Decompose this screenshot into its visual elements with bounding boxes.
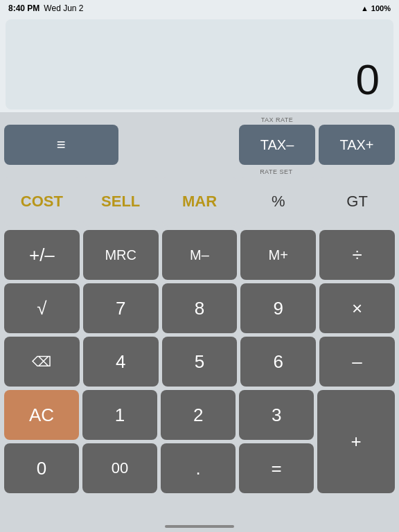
mrc-button[interactable]: MRC [83, 230, 159, 280]
calculator-body: ≡ TAX RATE TAX– TAX+ RATE SET COST SELL … [0, 112, 399, 521]
battery-icon: 100% [371, 4, 391, 12]
status-bar: 8:40 PM Wed Jun 2 ▲ 100% [0, 0, 399, 17]
two-button[interactable]: 2 [161, 390, 236, 440]
percent-button[interactable]: % [240, 177, 316, 227]
home-bar [165, 525, 234, 528]
tax-plus-button[interactable]: TAX+ [319, 125, 395, 165]
eight-button[interactable]: 8 [162, 283, 238, 333]
tax-plus-group: TAX+ [319, 117, 395, 165]
row-7: 0 00 . = [4, 443, 314, 493]
four-button[interactable]: 4 [83, 337, 159, 387]
row-5: ⌫ 4 5 6 – [4, 337, 395, 387]
m-plus-button[interactable]: M+ [240, 230, 316, 280]
row-6: AC 1 2 3 [4, 390, 314, 440]
three-button[interactable]: 3 [239, 390, 314, 440]
sqrt-button[interactable]: √ [4, 283, 80, 333]
row-4: √ 7 8 9 × [4, 283, 395, 333]
five-button[interactable]: 5 [162, 337, 238, 387]
cost-button[interactable]: COST [4, 177, 80, 227]
wifi-icon: ▲ [361, 4, 369, 12]
mar-button[interactable]: MAR [162, 177, 238, 227]
tax-rate-label: TAX RATE [261, 116, 294, 123]
divide-button[interactable]: ÷ [319, 230, 395, 280]
row-6-7: AC 1 2 3 0 00 . = + [4, 390, 395, 493]
row-3: +/– MRC M– M+ ÷ [4, 230, 395, 280]
seven-button[interactable]: 7 [83, 283, 159, 333]
menu-button[interactable]: ≡ [4, 125, 118, 165]
backspace-icon: ⌫ [32, 353, 51, 370]
row-top: ≡ TAX RATE TAX– TAX+ [4, 116, 395, 165]
display-area: 0 [6, 19, 393, 109]
six-button[interactable]: 6 [240, 337, 316, 387]
ac-button[interactable]: AC [4, 390, 79, 440]
tax-minus-group: TAX RATE TAX– [239, 116, 315, 165]
plus-minus-button[interactable]: +/– [4, 230, 80, 280]
zero-button[interactable]: 0 [4, 443, 79, 493]
double-zero-button[interactable]: 00 [82, 443, 157, 493]
home-indicator [0, 521, 399, 532]
sell-button[interactable]: SELL [83, 177, 159, 227]
nine-button[interactable]: 9 [240, 283, 316, 333]
gt-button[interactable]: GT [319, 177, 395, 227]
rate-set-label: RATE SET [260, 168, 292, 175]
status-date: Wed Jun 2 [44, 3, 83, 13]
status-icons: ▲ 100% [361, 4, 391, 12]
display-value: 0 [356, 58, 380, 101]
minus-button[interactable]: – [319, 337, 395, 387]
decimal-button[interactable]: . [161, 443, 236, 493]
row-2-wrapper: RATE SET COST SELL MAR % GT [4, 168, 395, 227]
row-2: COST SELL MAR % GT [4, 177, 395, 227]
plus-button[interactable]: + [317, 390, 395, 493]
m-minus-button[interactable]: M– [162, 230, 238, 280]
backspace-button[interactable]: ⌫ [4, 337, 80, 387]
tax-minus-button[interactable]: TAX– [239, 125, 315, 165]
one-button[interactable]: 1 [82, 390, 157, 440]
multiply-button[interactable]: × [319, 283, 395, 333]
status-time: 8:40 PM [8, 3, 39, 13]
equals-button[interactable]: = [239, 443, 314, 493]
